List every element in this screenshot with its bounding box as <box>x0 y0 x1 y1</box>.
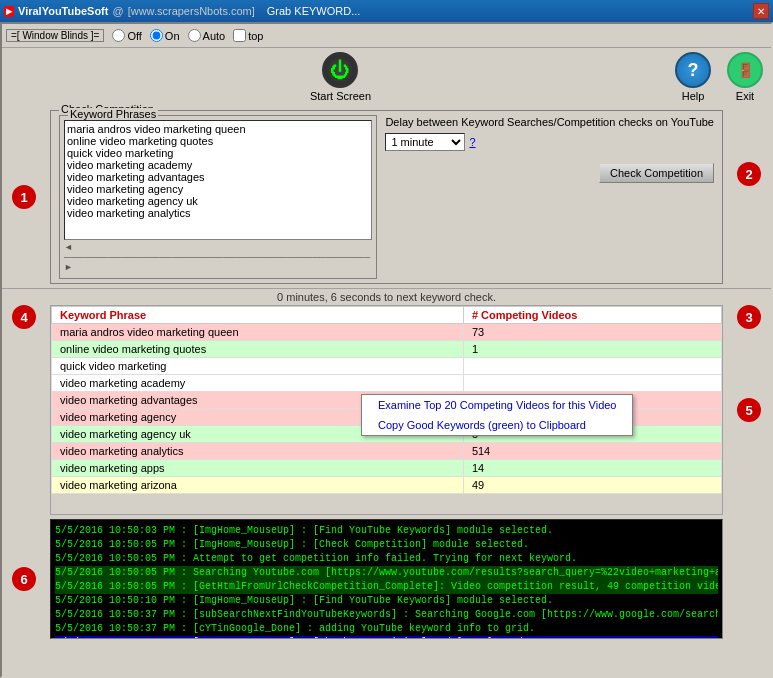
table-row[interactable]: video marketing academy <box>52 375 722 392</box>
radio-top-label: top <box>248 30 263 42</box>
toolbar-row: =[ Window Blinds ]= Off On Auto top <box>2 24 771 48</box>
start-label: Start Screen <box>310 90 371 102</box>
title-grab: Grab KEYWORD... <box>267 5 361 17</box>
badge-5-wrapper: 5 <box>737 398 761 422</box>
badge-6: 6 <box>12 567 36 591</box>
badge-3: 3 <box>737 305 761 329</box>
radio-group: Off On Auto top <box>112 29 263 42</box>
table-row[interactable]: video marketing analytics514 <box>52 443 722 460</box>
close-button[interactable]: ✕ <box>753 3 769 19</box>
log-line: 5/5/2016 10:50:05 PM : [GetHtmlFromUrlCh… <box>55 580 718 594</box>
start-btn-area: ⏻ Start Screen <box>10 52 671 102</box>
delay-label: Delay between Keyword Searches/Competiti… <box>385 115 714 129</box>
exit-button-group[interactable]: 🚪 Exit <box>727 52 763 102</box>
radio-auto-input[interactable] <box>188 29 201 42</box>
check-competition-outer: 1 2 Check Competition Keyword Phrases ◄ … <box>42 110 731 284</box>
cell-competing: 514 <box>463 443 721 460</box>
delay-select[interactable]: 1 minute 2 minutes 5 minutes <box>385 133 465 151</box>
badge-2-wrapper: 2 <box>737 162 761 186</box>
exit-label: Exit <box>736 90 754 102</box>
keyword-textarea[interactable] <box>64 120 372 240</box>
check-competition-button[interactable]: Check Competition <box>599 163 714 183</box>
status-bar: 0 minutes, 6 seconds to next keyword che… <box>2 288 771 305</box>
help-button-group[interactable]: ? Help <box>675 52 711 102</box>
cell-competing <box>463 375 721 392</box>
table-header-row: Keyword Phrase # Competing Videos <box>52 307 722 324</box>
col-keyword: Keyword Phrase <box>52 307 464 324</box>
check-competition-group: Check Competition Keyword Phrases ◄ ────… <box>50 110 723 284</box>
badge-1: 1 <box>12 185 36 209</box>
exit-icon[interactable]: 🚪 <box>727 52 763 88</box>
cell-keyword: maria andros video marketing queen <box>52 324 464 341</box>
context-menu-item-1[interactable]: Examine Top 20 Competing Videos for this… <box>362 395 632 415</box>
cell-keyword: video marketing arizona <box>52 477 464 494</box>
log-section[interactable]: 5/5/2016 10:50:03 PM : [ImgHome_MouseUp]… <box>50 519 723 639</box>
app-title: ViralYouTubeSoft <box>18 5 108 17</box>
cell-keyword: quick video marketing <box>52 358 464 375</box>
cell-keyword: video marketing apps <box>52 460 464 477</box>
youtube-logo: ▶ <box>4 6 14 17</box>
cell-competing: 1 <box>463 341 721 358</box>
badge-4-wrapper: 4 <box>12 305 36 329</box>
radio-top[interactable]: top <box>233 29 263 42</box>
log-line: 5/5/2016 10:50:03 PM : [ImgHome_MouseUp]… <box>55 524 718 538</box>
cell-competing: 73 <box>463 324 721 341</box>
delay-section: Delay between Keyword Searches/Competiti… <box>385 115 714 183</box>
radio-on-label: On <box>165 30 180 42</box>
table-row[interactable]: online video marketing quotes1 <box>52 341 722 358</box>
scroll-hint: ◄ ──────────────────────────────────────… <box>64 240 372 274</box>
table-row[interactable]: video marketing arizona49 <box>52 477 722 494</box>
start-icon[interactable]: ⏻ <box>322 52 358 88</box>
title-website: [www.scrapersNbots.com] <box>128 5 255 17</box>
log-line: 5/5/2016 10:50:05 PM : Attempt to get co… <box>55 552 718 566</box>
cell-competing: 14 <box>463 460 721 477</box>
context-menu[interactable]: Examine Top 20 Competing Videos for this… <box>361 394 633 436</box>
window-blinds-label: =[ Window Blinds ]= <box>6 29 104 42</box>
keyword-phrases-group: Keyword Phrases ◄ ──────────────────────… <box>59 115 377 279</box>
radio-off-input[interactable] <box>112 29 125 42</box>
title-at: @ <box>112 5 123 17</box>
radio-on-input[interactable] <box>150 29 163 42</box>
badge-2: 2 <box>737 162 761 186</box>
log-line: 5/5/2016 10:50:10 PM : [ImgHome_MouseUp]… <box>55 594 718 608</box>
cell-keyword: video marketing academy <box>52 375 464 392</box>
table-row[interactable]: quick video marketing <box>52 358 722 375</box>
help-icon[interactable]: ? <box>675 52 711 88</box>
cell-competing: 49 <box>463 477 721 494</box>
log-line: 5/5/2016 10:50:05 PM : Searching Youtube… <box>55 566 718 580</box>
table-row[interactable]: maria andros video marketing queen73 <box>52 324 722 341</box>
radio-auto-label: Auto <box>203 30 226 42</box>
delay-help-link[interactable]: ? <box>469 136 475 148</box>
check-competition-inner: Keyword Phrases ◄ ──────────────────────… <box>59 115 714 279</box>
radio-top-input[interactable] <box>233 29 246 42</box>
delay-controls: 1 minute 2 minutes 5 minutes ? <box>385 133 475 151</box>
start-button-group[interactable]: ⏻ Start Screen <box>310 52 371 102</box>
radio-off-label: Off <box>127 30 141 42</box>
help-label: Help <box>682 90 705 102</box>
radio-auto[interactable]: Auto <box>188 29 226 42</box>
cell-keyword: online video marketing quotes <box>52 341 464 358</box>
help-exit-area: ? Help 🚪 Exit <box>675 52 763 102</box>
col-competing: # Competing Videos <box>463 307 721 324</box>
keyword-phrases-label: Keyword Phrases <box>68 108 158 120</box>
cell-competing <box>463 358 721 375</box>
title-bar: ▶ ViralYouTubeSoft @ [www.scrapersNbots.… <box>0 0 773 22</box>
radio-off[interactable]: Off <box>112 29 141 42</box>
badge-4: 4 <box>12 305 36 329</box>
main-window: =[ Window Blinds ]= Off On Auto top <box>0 22 773 678</box>
badge-3-wrapper: 3 <box>737 305 761 329</box>
table-row[interactable]: video marketing apps14 <box>52 460 722 477</box>
badge-1-wrapper: 1 <box>12 185 36 209</box>
scroll-arrow: ◄ ──────────────────────────────────────… <box>64 242 372 272</box>
badge-6-wrapper: 6 <box>12 567 36 591</box>
log-line: 5/5/2016 10:50:55 PM : [ImgHome_MouseUp]… <box>55 636 718 639</box>
radio-on[interactable]: On <box>150 29 180 42</box>
log-line: 5/5/2016 10:50:05 PM : [ImgHome_MouseUp]… <box>55 538 718 552</box>
log-line: 5/5/2016 10:50:37 PM : [cYTinGoogle_Done… <box>55 622 718 636</box>
table-wrapper[interactable]: Keyword Phrase # Competing Videos maria … <box>50 305 723 515</box>
top-section: ⏻ Start Screen ? Help 🚪 Exit <box>2 48 771 106</box>
badge-5: 5 <box>737 398 761 422</box>
log-outer: 6 5/5/2016 10:50:03 PM : [ImgHome_MouseU… <box>42 519 731 639</box>
context-menu-item-2[interactable]: Copy Good Keywords (green) to Clipboard <box>362 415 632 435</box>
table-outer: 3 4 5 Keyword Phrase # Competing Videos … <box>42 305 731 515</box>
